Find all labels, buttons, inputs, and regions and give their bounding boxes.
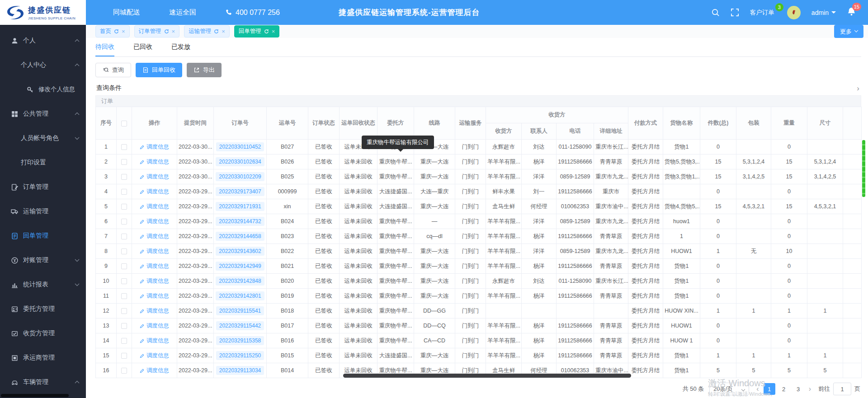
row-checkbox[interactable]	[121, 308, 127, 314]
page-number-button[interactable]: 2	[778, 383, 790, 395]
receipt-recycle-button[interactable]: 回单回收	[136, 63, 182, 77]
order-number-pill[interactable]: 20220329143602	[216, 247, 264, 256]
chevron-right-icon[interactable]: ›	[857, 84, 859, 92]
user-menu[interactable]: admin	[811, 9, 836, 16]
dispatch-info-link[interactable]: 调度信息	[140, 218, 169, 225]
search-icon[interactable]	[711, 8, 720, 17]
sidebar-item-4[interactable]: 人员帐号角色	[0, 126, 86, 150]
sidebar-item-14[interactable]: 车辆管理	[0, 370, 86, 394]
sidebar-item-8[interactable]: 回单管理	[0, 224, 86, 248]
row-checkbox[interactable]	[121, 278, 127, 284]
sidebar-item-6[interactable]: 订单管理	[0, 175, 86, 199]
sidebar-item-11[interactable]: 委托方管理	[0, 297, 86, 321]
order-number-pill[interactable]: 20220330102209	[216, 172, 264, 181]
dispatch-info-link[interactable]: 调度信息	[140, 143, 169, 151]
row-checkbox[interactable]	[121, 189, 127, 195]
tab-2[interactable]: 已发放	[171, 43, 190, 56]
open-tab-pill-3[interactable]: 回单管理×	[234, 25, 280, 37]
dispatch-info-link[interactable]: 调度信息	[140, 188, 169, 196]
sidebar-item-7[interactable]: 运输管理	[0, 199, 86, 224]
order-number-pill[interactable]: 20220329144658	[216, 232, 264, 241]
close-icon[interactable]: ×	[272, 28, 275, 35]
query-button[interactable]: 查询	[95, 63, 131, 77]
row-checkbox[interactable]	[121, 204, 127, 210]
goto-page-input[interactable]	[833, 383, 851, 395]
close-icon[interactable]: ×	[222, 28, 225, 35]
order-number-pill[interactable]: 20220329171931	[216, 202, 264, 211]
close-icon[interactable]: ×	[172, 28, 175, 35]
open-tab-pill-2[interactable]: 运输管理×	[184, 25, 230, 37]
order-number-pill[interactable]: 20220329115442	[216, 321, 264, 330]
dispatch-info-link[interactable]: 调度信息	[140, 233, 169, 240]
order-number-pill[interactable]: 20220329115358	[216, 336, 264, 345]
vertical-scrollbar[interactable]	[862, 140, 865, 197]
prev-page-button[interactable]: ‹	[755, 385, 760, 393]
row-checkbox[interactable]	[121, 368, 127, 374]
open-tab-pill-1[interactable]: 订单管理×	[134, 25, 180, 37]
close-icon[interactable]: ×	[122, 28, 125, 35]
order-number-pill[interactable]: 20220329142801	[216, 291, 264, 300]
next-page-button[interactable]: ›	[807, 385, 813, 393]
user-avatar[interactable]	[787, 6, 801, 19]
row-checkbox[interactable]	[121, 219, 127, 225]
refresh-icon[interactable]	[164, 29, 169, 34]
query-conditions-row[interactable]: 查询条件 ›	[95, 81, 861, 95]
row-checkbox[interactable]	[121, 323, 127, 329]
dispatch-info-link[interactable]: 调度信息	[140, 262, 169, 270]
page-number-button[interactable]: 1	[764, 383, 775, 395]
sidebar-scrollbar[interactable]	[1, 394, 69, 397]
more-tabs-button[interactable]: 更多	[834, 25, 863, 38]
dispatch-info-link[interactable]: 调度信息	[140, 203, 169, 211]
customer-orders-link[interactable]: 客户订单 3	[750, 9, 776, 17]
dispatch-info-link[interactable]: 调度信息	[140, 307, 169, 315]
sidebar-item-2[interactable]: 修改个人信息	[0, 77, 86, 102]
row-checkbox[interactable]	[121, 353, 127, 359]
horizontal-scrollbar[interactable]	[343, 374, 631, 378]
select-all-checkbox[interactable]	[121, 121, 127, 126]
order-number-pill[interactable]: 20220329115541	[216, 306, 264, 315]
row-checkbox[interactable]	[121, 248, 127, 254]
dispatch-info-link[interactable]: 调度信息	[140, 322, 169, 330]
row-checkbox[interactable]	[121, 159, 127, 165]
row-checkbox[interactable]	[121, 144, 127, 150]
dispatch-info-link[interactable]: 调度信息	[140, 173, 169, 181]
nav-national-express[interactable]: 速运全国	[169, 8, 196, 17]
order-number-pill[interactable]: 20220329144732	[216, 217, 264, 226]
order-number-pill[interactable]: 20220329115250	[216, 351, 264, 360]
order-number-pill[interactable]: 20220329142949	[216, 262, 264, 271]
row-checkbox[interactable]	[121, 293, 127, 299]
sidebar-item-12[interactable]: 收货方管理	[0, 321, 86, 346]
refresh-icon[interactable]	[214, 29, 219, 34]
sidebar-item-9[interactable]: 对账管理	[0, 248, 86, 272]
page-number-button[interactable]: 3	[793, 383, 804, 395]
nav-city-delivery[interactable]: 同城配送	[113, 8, 140, 17]
export-button[interactable]: 导出	[187, 63, 222, 77]
row-checkbox[interactable]	[121, 174, 127, 180]
order-number-pill[interactable]: 20220330110452	[216, 142, 264, 151]
row-checkbox[interactable]	[121, 263, 127, 269]
order-number-pill[interactable]: 20220329142848	[216, 276, 264, 286]
sidebar-item-10[interactable]: 统计报表	[0, 272, 86, 297]
dispatch-info-link[interactable]: 调度信息	[140, 352, 169, 360]
sidebar-item-0[interactable]: 个人	[0, 28, 86, 53]
dispatch-info-link[interactable]: 调度信息	[140, 292, 169, 300]
tab-0[interactable]: 待回收	[95, 43, 114, 56]
dispatch-info-link[interactable]: 调度信息	[140, 248, 169, 255]
dispatch-info-link[interactable]: 调度信息	[140, 337, 169, 345]
page-size-select[interactable]: 20条/页	[709, 383, 749, 395]
refresh-icon[interactable]	[264, 29, 269, 34]
sidebar-item-13[interactable]: 承运商管理	[0, 346, 86, 370]
open-tab-pill-0[interactable]: 首页×	[95, 25, 130, 37]
row-checkbox[interactable]	[121, 338, 127, 344]
fullscreen-icon[interactable]	[731, 8, 739, 17]
sidebar-item-5[interactable]: 打印设置	[0, 150, 86, 175]
notifications-button[interactable]: 15	[847, 7, 856, 18]
row-checkbox[interactable]	[121, 234, 127, 239]
order-number-pill[interactable]: 20220330102634	[216, 157, 264, 166]
order-number-pill[interactable]: 20220329113034	[216, 366, 264, 375]
refresh-icon[interactable]	[114, 29, 119, 34]
tab-1[interactable]: 已回收	[133, 43, 152, 56]
sidebar-item-3[interactable]: 公共管理	[0, 102, 86, 126]
dispatch-info-link[interactable]: 调度信息	[140, 158, 169, 166]
sidebar-item-1[interactable]: 个人中心	[0, 53, 86, 77]
